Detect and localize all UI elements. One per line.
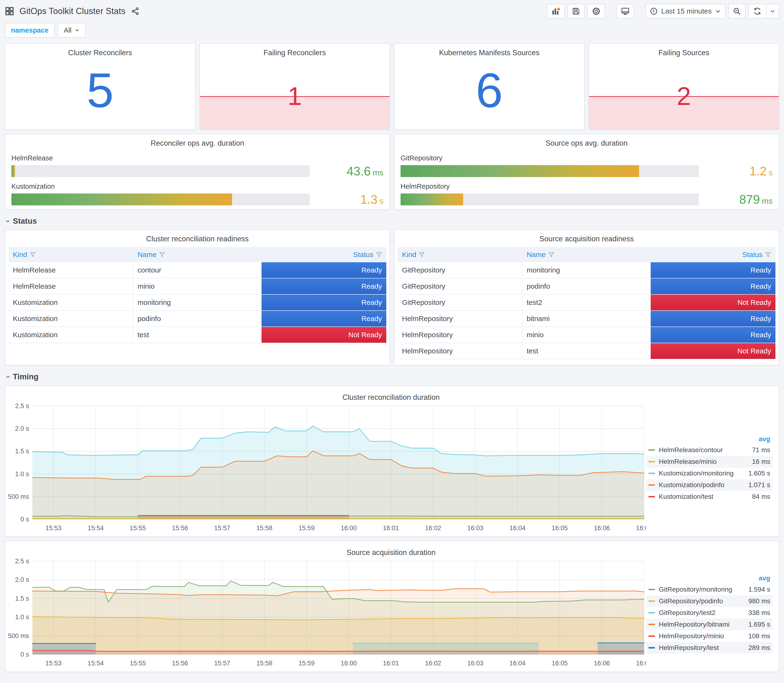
filter-funnel-icon[interactable] (765, 252, 771, 258)
legend-series-avg: 289 ms (748, 644, 770, 652)
panel-title[interactable]: Cluster reconciliation readiness (5, 230, 390, 243)
column-header-label: Kind (13, 250, 27, 259)
column-header-kind[interactable]: Kind (8, 247, 133, 262)
panel-title[interactable]: Cluster Reconcilers (5, 44, 195, 57)
time-range-picker[interactable]: Last 15 minutes (646, 4, 725, 19)
legend-item[interactable]: Kustomization/podinfo1.071 s (646, 479, 773, 491)
legend-item[interactable]: HelmRepository/test289 ms (646, 642, 773, 654)
legend-series-avg: 1.071 s (748, 481, 770, 489)
column-header-name[interactable]: Name (133, 247, 262, 262)
stat-value: 5 (5, 66, 195, 114)
column-header-kind[interactable]: Kind (398, 247, 523, 262)
filter-funnel-icon[interactable] (159, 252, 165, 258)
filter-funnel-icon[interactable] (548, 252, 554, 258)
cell-name: minio (133, 279, 262, 294)
cell-status-badge: Ready (651, 311, 776, 327)
cell-kind: HelmRepository (398, 327, 523, 343)
column-header-status[interactable]: Status (651, 247, 776, 262)
legend-item[interactable]: HelmRepository/bitnami1.695 s (646, 619, 773, 630)
svg-text:2.0 s: 2.0 s (15, 576, 29, 583)
column-header-label: Name (527, 250, 546, 259)
svg-text:16:07: 16:07 (636, 524, 646, 532)
refresh-interval-chevron-icon[interactable] (766, 4, 779, 18)
panel-title[interactable]: Reconciler ops avg. duration (5, 134, 390, 148)
panel-title[interactable]: Failing Sources (589, 44, 779, 57)
panel-title[interactable]: Kubernetes Manifests Sources (394, 44, 584, 57)
column-header-status[interactable]: Status (261, 247, 386, 262)
filter-funnel-icon[interactable] (376, 252, 382, 258)
time-series-plot[interactable]: 0 s500 ms1.0 s1.5 s2.0 s2.5 s15:5315:541… (8, 557, 646, 670)
legend-item[interactable]: HelmRelease/minio16 ms (646, 456, 773, 468)
dashboard-grid-icon[interactable] (5, 6, 14, 16)
cell-name: minio (523, 327, 651, 343)
legend-series-avg: 1.605 s (748, 470, 770, 477)
svg-text:1.5 s: 1.5 s (15, 595, 29, 602)
variable-namespace-label[interactable]: namespace (5, 23, 55, 38)
refresh-icon[interactable] (749, 4, 766, 18)
section-header-timing[interactable]: Timing (5, 372, 779, 381)
svg-text:15:57: 15:57 (214, 524, 230, 532)
panel-title[interactable]: Failing Reconcilers (200, 44, 390, 57)
svg-text:16:01: 16:01 (383, 524, 399, 532)
column-header-label: Status (742, 250, 763, 259)
gauge-body: GitRepository1.2sHelmRepository879ms (394, 148, 779, 207)
panel-title[interactable]: Source acquisition readiness (394, 230, 779, 243)
cell-name: contour (133, 262, 262, 278)
time-range-label: Last 15 minutes (661, 7, 712, 15)
gauge-label: Kustomization (11, 183, 383, 191)
variable-bar: namespace All (5, 23, 779, 38)
zoom-out-time-button[interactable] (728, 4, 746, 19)
legend-item[interactable]: GitRepository/podinfo980 ms (646, 595, 773, 607)
refresh-button-group (748, 4, 779, 19)
chart-legend: avgHelmRelease/contour71 msHelmRelease/m… (646, 402, 774, 534)
time-series-plot[interactable]: 0 s500 ms1.0 s1.5 s2.0 s2.5 s15:5315:541… (8, 402, 646, 534)
column-header-label: Kind (402, 250, 416, 259)
gauge-bar-track (401, 165, 699, 177)
table-header-row: KindNameStatus (398, 247, 776, 262)
variable-namespace-value-dropdown[interactable]: All (58, 23, 86, 38)
cell-status-badge: Ready (651, 262, 776, 278)
table-row: KustomizationtestNot Ready (8, 327, 386, 343)
section-header-status[interactable]: Status (5, 216, 779, 226)
panel-title[interactable]: Cluster reconciliation duration (8, 388, 774, 402)
gauge-value: 43.6ms (309, 164, 383, 178)
chevron-down-icon (75, 28, 80, 33)
share-icon[interactable] (131, 6, 140, 16)
svg-text:16:04: 16:04 (510, 660, 526, 667)
cell-name: test2 (523, 295, 651, 310)
dashboard-settings-button[interactable] (587, 4, 605, 19)
panel-title[interactable]: Source acquisition duration (8, 544, 774, 557)
add-panel-button[interactable] (547, 4, 564, 19)
svg-text:15:56: 15:56 (172, 524, 188, 532)
filter-funnel-icon[interactable] (418, 252, 425, 258)
legend-item[interactable]: Kustomization/monitoring1.605 s (646, 468, 773, 479)
svg-text:0 s: 0 s (21, 516, 29, 523)
gauge-value-unit: ms (762, 196, 773, 205)
chevron-down-icon (5, 374, 10, 379)
svg-text:15:53: 15:53 (45, 660, 62, 667)
variable-namespace-value: All (64, 26, 71, 34)
legend-item[interactable]: Kustomization/test84 ms (646, 491, 773, 503)
cycle-view-mode-button[interactable] (616, 4, 634, 19)
legend-avg-header[interactable]: avg (646, 573, 773, 584)
legend-item[interactable]: HelmRepository/minio108 ms (646, 630, 773, 642)
stat-value: 6 (394, 66, 584, 114)
filter-funnel-icon[interactable] (29, 252, 36, 258)
legend-item[interactable]: GitRepository/monitoring1.594 s (646, 584, 773, 595)
gauge-label: HelmRelease (11, 154, 383, 162)
save-dashboard-button[interactable] (568, 4, 585, 19)
gauge-panel-source-ops-avg-duration: Source ops avg. durationGitRepository1.2… (394, 134, 779, 210)
cell-status-badge: Ready (651, 327, 776, 343)
stat-value: 1 (287, 83, 302, 109)
cell-kind: HelmRelease (8, 279, 133, 294)
legend-item[interactable]: GitRepository/test2338 ms (646, 607, 773, 619)
cell-kind: HelmRepository (398, 311, 523, 327)
clock-icon (650, 7, 658, 15)
legend-avg-header[interactable]: avg (646, 434, 773, 444)
cell-kind: Kustomization (8, 311, 133, 327)
legend-item[interactable]: HelmRelease/contour71 ms (646, 444, 773, 456)
gauge-panels-row: Reconciler ops avg. durationHelmRelease4… (5, 134, 779, 210)
panel-title[interactable]: Source ops avg. duration (394, 134, 779, 148)
legend-series-name: HelmRelease/minio (659, 458, 717, 465)
column-header-name[interactable]: Name (523, 247, 651, 262)
